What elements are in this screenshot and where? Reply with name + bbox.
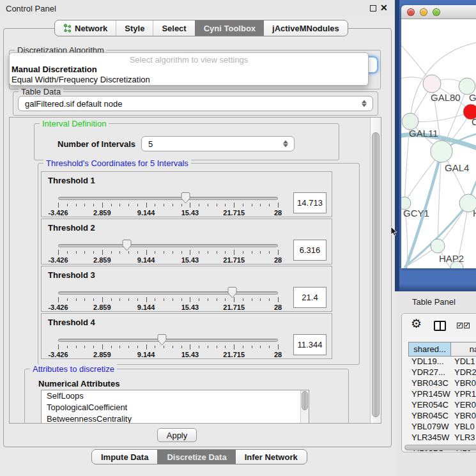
threshold-value-field[interactable]: 11.344	[293, 334, 326, 355]
slider-track[interactable]	[58, 339, 278, 342]
tick-mark	[252, 204, 252, 206]
network-node[interactable]	[431, 141, 452, 162]
tick-mark	[93, 346, 94, 348]
slider-handle[interactable]	[227, 287, 237, 298]
column-header-shared-[interactable]: shared...	[408, 342, 451, 357]
threshold-slider[interactable]: -3.4262.8599.14415.4321.71528	[58, 244, 278, 265]
tab-bar: NetworkStyleSelectCyni ToolboxjActiveMNo…	[54, 20, 348, 36]
bottom-tab-impute-data[interactable]: Impute Data	[92, 450, 157, 464]
table-data-combobox[interactable]: galFiltered.sif default node	[18, 96, 373, 111]
tick-mark	[111, 346, 112, 348]
table-row[interactable]: YPR145WYPR1	[408, 389, 476, 400]
tick-mark	[164, 204, 164, 206]
table-row[interactable]: YBL079WYBL0	[408, 422, 476, 433]
tick-mark	[67, 298, 68, 301]
tab-label: Select	[162, 24, 186, 33]
tick-mark	[208, 298, 208, 301]
network-edge[interactable]	[410, 112, 471, 122]
slider-track[interactable]	[58, 244, 278, 247]
node-label: H	[473, 208, 476, 219]
table-row[interactable]: YDL19...YDL1	[408, 357, 476, 367]
dropdown-option-equal-width-frequency[interactable]: Equal Width/Frequency Discretization	[10, 75, 368, 85]
bottom-tab-discretize-data[interactable]: Discretize Data	[157, 450, 235, 464]
close-traffic-light-icon[interactable]	[407, 8, 415, 16]
table-panel-box: ⚙ ✓ ✓ shared...na YDL19...YDL1YDR27...YD…	[401, 313, 476, 452]
tick-mark	[146, 250, 147, 255]
slider-handle[interactable]	[157, 334, 167, 346]
slider-track[interactable]	[58, 197, 278, 200]
dropdown-option-manual-discretization[interactable]: Manual Discretization	[10, 65, 368, 75]
threshold-slider[interactable]: -3.4262.8599.14415.4321.71528	[58, 291, 278, 312]
table-cell: YDR2	[451, 367, 476, 378]
checkbox-icon[interactable]: ✓	[457, 323, 463, 328]
apply-button[interactable]: Apply	[157, 428, 197, 442]
minimize-traffic-light-icon[interactable]	[420, 8, 427, 16]
network-view-canvas[interactable]: GAL80GACGAL11GAL4GCY1HHAP2	[401, 19, 476, 268]
tick-mark	[173, 204, 173, 206]
slider-track[interactable]	[58, 291, 278, 295]
gear-icon[interactable]: ⚙	[411, 318, 422, 330]
column-header-na[interactable]: na	[451, 342, 476, 357]
tab-style[interactable]: Style	[116, 20, 153, 36]
network-window[interactable]: GAL80GACGAL11GAL4GCY1HHAP2	[401, 5, 476, 268]
group-title: Attributes to discretize	[30, 364, 117, 374]
table-row[interactable]: YDR27...YDR2	[408, 367, 476, 378]
screen: { "window": { "title": "Control Panel", …	[0, 0, 476, 476]
threshold-slider[interactable]: -3.4262.8599.14415.4321.71528	[58, 339, 278, 359]
table-row[interactable]: YLR345WYLR3	[408, 433, 476, 443]
panel-scrollbar[interactable]	[370, 118, 381, 423]
node-table: shared...na YDL19...YDL1YDR27...YDR2YBR0…	[408, 342, 476, 452]
tick-mark	[146, 297, 147, 302]
column-view-icon[interactable]	[434, 321, 446, 331]
tick-mark	[119, 204, 120, 206]
table-cell: YPR1	[451, 389, 476, 400]
tab-jactivemnodules[interactable]: jActiveMNodules	[264, 20, 348, 36]
tick-mark	[199, 204, 199, 206]
horizontal-scrollbar[interactable]	[404, 445, 476, 450]
tab-network[interactable]: Network	[55, 20, 116, 36]
tick-mark	[102, 344, 103, 349]
zoom-traffic-light-icon[interactable]	[433, 8, 440, 16]
network-window-titlebar[interactable]	[401, 5, 476, 19]
attribute-list-item[interactable]: SelfLoops	[42, 390, 309, 402]
tick-label: 9.144	[137, 303, 155, 311]
tick-label: 2.859	[93, 351, 111, 358]
tick-mark	[146, 203, 147, 208]
table-cell: YBL0	[451, 422, 476, 433]
attribute-list-item[interactable]: TopologicalCoefficient	[42, 402, 309, 413]
threshold-value-field[interactable]: 21.4	[293, 287, 326, 308]
threshold-value-field[interactable]: 14.713	[293, 192, 326, 213]
threshold-slider[interactable]: -3.4262.8599.14415.4321.71528	[58, 197, 278, 217]
number-of-intervals-combobox[interactable]: 5	[141, 136, 295, 151]
attribute-list-item[interactable]: BetweennessCentrality	[42, 413, 309, 424]
slider-handle[interactable]	[181, 192, 190, 204]
tick-mark	[260, 298, 261, 301]
threshold-row: Threshold 2-3.4262.8599.14415.4321.71528…	[41, 219, 332, 265]
mouse-cursor	[390, 226, 398, 237]
slider-handle[interactable]	[122, 240, 132, 251]
numerical-attributes-list[interactable]: SelfLoopsTopologicalCoefficientBetweenne…	[41, 390, 309, 424]
control-panel-titlebar: Control Panel ✕	[0, 0, 395, 17]
spinner-arrows-icon	[283, 141, 288, 148]
node-label: C	[472, 116, 476, 127]
close-icon[interactable]: ✕	[380, 3, 388, 13]
network-node[interactable]	[431, 239, 445, 253]
scrollbar-thumb[interactable]	[372, 132, 380, 417]
tick-mark	[137, 346, 138, 348]
table-row[interactable]: YBR043CYBR0	[408, 378, 476, 389]
checkbox-icon[interactable]: ✓	[464, 323, 470, 328]
tab-cyni-toolbox[interactable]: Cyni Toolbox	[195, 20, 264, 36]
tick-mark	[234, 250, 234, 255]
bottom-tab-infer-network[interactable]: Infer Network	[236, 450, 307, 464]
list-scrollbar[interactable]	[300, 390, 309, 424]
tick-mark	[67, 251, 68, 254]
float-window-icon[interactable]	[370, 5, 376, 12]
tick-mark	[102, 203, 103, 208]
tab-select[interactable]: Select	[153, 20, 194, 36]
scrollbar-thumb[interactable]	[302, 391, 308, 410]
table-row[interactable]: YER054CYER0	[408, 400, 476, 411]
tick-mark	[217, 298, 217, 301]
threshold-value-field[interactable]: 6.316	[293, 240, 326, 261]
network-node[interactable]	[423, 75, 441, 93]
table-row[interactable]: YBR045CYBR0	[408, 411, 476, 422]
